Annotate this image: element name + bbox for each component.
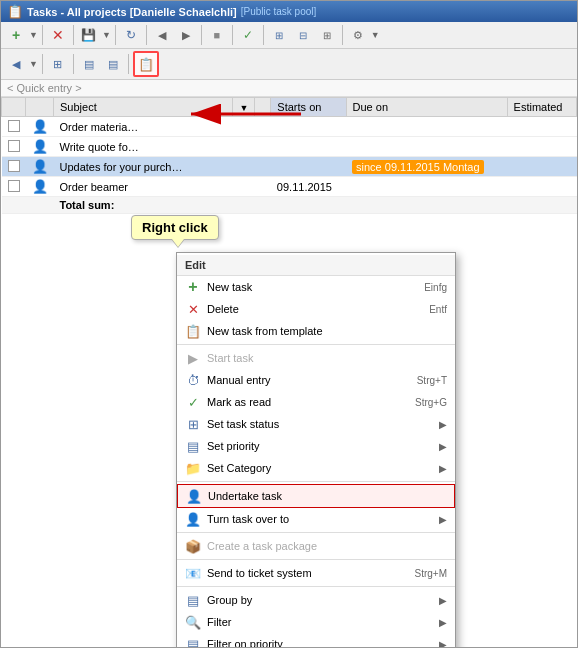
table-row[interactable]: 👤 Order beamer 09.11.2015	[2, 177, 577, 197]
sep6	[232, 25, 233, 45]
ctx-new-task-icon: +	[185, 279, 201, 295]
row-checkbox[interactable]	[8, 140, 20, 152]
person-icon: 👤	[32, 159, 48, 174]
col-estimated[interactable]: Estimated	[507, 98, 576, 117]
ctx-delete[interactable]: ✕ Delete Entf	[177, 298, 455, 320]
list-button[interactable]: ▤	[78, 53, 100, 75]
sep8	[342, 25, 343, 45]
total-label: Total sum:	[54, 197, 233, 214]
task-subject: Order beamer	[54, 177, 233, 197]
ctx-undertake-icon: 👤	[186, 488, 202, 504]
nav-back-button[interactable]: ◀	[5, 53, 27, 75]
sep7	[263, 25, 264, 45]
refresh-button[interactable]: ↻	[120, 24, 142, 46]
config-button[interactable]: ⚙	[347, 24, 369, 46]
ctx-new-task[interactable]: + New task Einfg	[177, 276, 455, 298]
ctx-filter-priority[interactable]: ▤ Filter on priority ▶	[177, 633, 455, 647]
sep9	[42, 54, 43, 74]
ctx-turnover-label: Turn task over to	[207, 513, 433, 525]
task-estimated	[507, 117, 576, 137]
ctx-sep3	[177, 532, 455, 533]
toolbar2-container: ◀ ▼ ⊞ ▤ ▤ 📋	[1, 49, 577, 80]
filter-button[interactable]: ▤	[102, 53, 124, 75]
ctx-category-icon: 📁	[185, 460, 201, 476]
ctx-filter[interactable]: 🔍 Filter ▶	[177, 611, 455, 633]
ctx-turn-over[interactable]: 👤 Turn task over to ▶	[177, 508, 455, 530]
ctx-start-task: ▶ Start task	[177, 347, 455, 369]
ctx-filter-arrow: ▶	[439, 617, 447, 628]
ctx-filterprio-icon: ▤	[185, 636, 201, 647]
sep3	[115, 25, 116, 45]
ctx-status-icon: ⊞	[185, 416, 201, 432]
person-icon: 👤	[32, 119, 48, 134]
ctx-set-status[interactable]: ⊞ Set task status ▶	[177, 413, 455, 435]
check-button[interactable]: ✓	[237, 24, 259, 46]
stop-button[interactable]: ■	[206, 24, 228, 46]
sep10	[73, 54, 74, 74]
ctx-sep5	[177, 586, 455, 587]
ctx-sep4	[177, 559, 455, 560]
col-sort[interactable]: ▼	[233, 98, 255, 117]
sep11	[128, 54, 129, 74]
back-button[interactable]: ◀	[151, 24, 173, 46]
ctx-undertake-task[interactable]: 👤 Undertake task	[177, 484, 455, 508]
add-button[interactable]: +	[5, 24, 27, 46]
quick-entry-bar: < Quick entry >	[1, 80, 577, 97]
ctx-set-priority[interactable]: ▤ Set priority ▶	[177, 435, 455, 457]
ctx-priority-icon: ▤	[185, 438, 201, 454]
ctx-manual-icon: ⏱	[185, 372, 201, 388]
table-row[interactable]: 👤 Updates for your purch… since 09.11.20…	[2, 157, 577, 177]
row-checkbox[interactable]	[8, 180, 20, 192]
grid2-button[interactable]: ⊟	[292, 24, 314, 46]
save-button[interactable]: 💾	[78, 24, 100, 46]
right-click-callout: Right click	[131, 215, 219, 240]
quick-entry-label[interactable]: < Quick entry >	[7, 82, 82, 94]
ctx-new-task-label: New task	[207, 281, 398, 293]
ctx-sep2	[177, 481, 455, 482]
ctx-groupby-arrow: ▶	[439, 595, 447, 606]
task-subject: Order materia…	[54, 117, 233, 137]
delete-button[interactable]: ✕	[47, 24, 69, 46]
ctx-template-label: New task from template	[207, 325, 421, 337]
row-checkbox[interactable]	[8, 160, 20, 172]
grid3-button[interactable]: ⊞	[316, 24, 338, 46]
col-subject[interactable]: Subject	[54, 98, 233, 117]
col-checkbox	[2, 98, 26, 117]
col-due-on[interactable]: Due on	[346, 98, 507, 117]
task-starts-on: 09.11.2015	[271, 177, 346, 197]
ctx-mark-as-read[interactable]: ✓ Mark as read Strg+G	[177, 391, 455, 413]
ctx-package-icon: 📦	[185, 538, 201, 554]
task-estimated	[507, 177, 576, 197]
ctx-filterprio-label: Filter on priority	[207, 638, 433, 647]
ctx-ticket-icon: 📧	[185, 565, 201, 581]
ctx-group-by[interactable]: ▤ Group by ▶	[177, 589, 455, 611]
table-row[interactable]: 👤 Order materia…	[2, 117, 577, 137]
ctx-manual-entry[interactable]: ⏱ Manual entry Strg+T	[177, 369, 455, 391]
window-title: Tasks - All projects [Danielle Schaelchl…	[27, 6, 237, 18]
ctx-start-icon: ▶	[185, 350, 201, 366]
ctx-ticket-shortcut: Strg+M	[394, 568, 447, 579]
ctx-new-from-template[interactable]: 📋 New task from template	[177, 320, 455, 342]
col-icon	[26, 98, 54, 117]
task-due-on	[346, 117, 507, 137]
ctx-groupby-label: Group by	[207, 594, 433, 606]
undertake-toolbar-button[interactable]: 📋	[133, 51, 159, 77]
ctx-set-category[interactable]: 📁 Set Category ▶	[177, 457, 455, 479]
task-starts-on	[271, 117, 346, 137]
row-checkbox[interactable]	[8, 120, 20, 132]
ctx-new-task-shortcut: Einfg	[404, 282, 447, 293]
ctx-manual-shortcut: Strg+T	[397, 375, 447, 386]
grid1-button[interactable]: ⊞	[268, 24, 290, 46]
view-grid-button[interactable]: ⊞	[47, 53, 69, 75]
forward-button[interactable]: ▶	[175, 24, 197, 46]
toolbar1: + ▼ ✕ 💾 ▼ ↻ ◀ ▶ ■ ✓ ⊞	[1, 22, 577, 49]
col-starts-on[interactable]: Starts on	[271, 98, 346, 117]
ctx-send-to-ticket[interactable]: 📧 Send to ticket system Strg+M	[177, 562, 455, 584]
ctx-undertake-label: Undertake task	[208, 490, 446, 502]
sep5	[201, 25, 202, 45]
ctx-section-edit: Edit	[177, 255, 455, 276]
task-subject: Write quote fo…	[54, 137, 233, 157]
ctx-sep1	[177, 344, 455, 345]
ctx-ticket-label: Send to ticket system	[207, 567, 388, 579]
table-row[interactable]: 👤 Write quote fo…	[2, 137, 577, 157]
